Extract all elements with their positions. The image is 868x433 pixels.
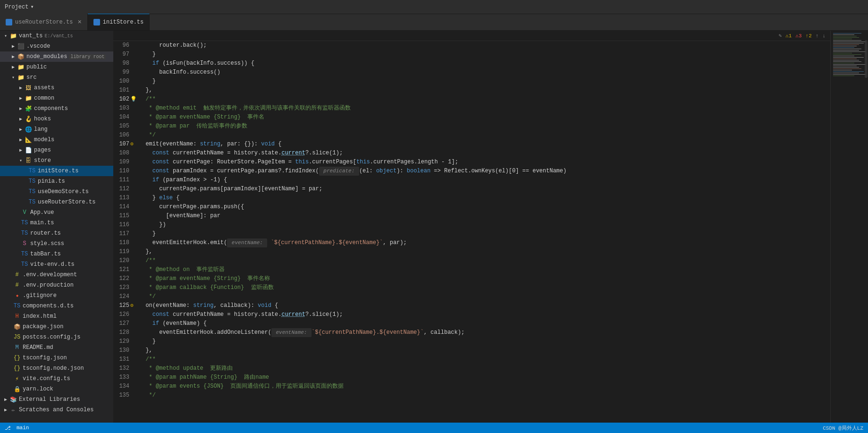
- sidebar-item-pages[interactable]: ▶ 📄 pages: [0, 145, 113, 155]
- sidebar-item-use-demo-store[interactable]: TS useDemoStore.ts: [0, 187, 113, 197]
- sidebar-item-package-json[interactable]: 📦 package.json: [0, 322, 113, 332]
- label-scratches: Scratches and Consoles: [19, 407, 93, 413]
- ln-120: 120: [117, 256, 129, 265]
- code-line-97: }: [139, 50, 830, 59]
- label-components-d-ts: components.d.ts: [23, 303, 74, 309]
- label-store: store: [34, 157, 51, 164]
- sidebar-item-external-libraries[interactable]: ▶ 📚 External Libraries: [0, 394, 113, 405]
- sidebar-item-vite-env[interactable]: TS vite-env.d.ts: [0, 259, 113, 270]
- sidebar-item-gitignore[interactable]: ⬥ .gitignore: [0, 290, 113, 301]
- code-line-133: * @param pathName {String} 路由name: [139, 373, 830, 382]
- sidebar-item-env-prod[interactable]: # .env.production: [0, 280, 113, 290]
- ln-98: 98: [117, 59, 129, 68]
- tab-init-store[interactable]: initStore.ts: [88, 14, 150, 30]
- code-line-131: /**: [139, 355, 830, 364]
- icon-lang: 🌐: [25, 126, 32, 133]
- arrow-store: ▾: [17, 158, 25, 163]
- toolbar-edit-icon[interactable]: ✎: [778, 33, 782, 39]
- icon-env-prod: #: [13, 282, 21, 289]
- sidebar-item-main-ts[interactable]: TS main.ts: [0, 218, 113, 228]
- svg-rect-3: [833, 36, 857, 36]
- code-line-106: */: [139, 131, 830, 140]
- sidebar-item-index-html[interactable]: H index.html: [0, 311, 113, 322]
- sidebar-item-store[interactable]: ▾ 🗄 store: [0, 155, 113, 166]
- icon-index-html: H: [13, 313, 21, 320]
- sidebar-item-use-router-store[interactable]: TS useRouterStore.ts: [0, 197, 113, 207]
- project-menu[interactable]: Project ▾: [5, 3, 34, 10]
- sidebar-item-components[interactable]: ▶ 🧩 components: [0, 103, 113, 114]
- sidebar-item-vscode[interactable]: ▶ ⬛ .vscode: [0, 41, 113, 51]
- toolbar-error-1[interactable]: ⚠3: [795, 33, 801, 39]
- sidebar-item-pinia[interactable]: TS pinia.ts: [0, 176, 113, 187]
- toolbar-arrow-down[interactable]: ↓: [822, 33, 826, 39]
- toolbar-warning-2[interactable]: ↑2: [806, 33, 812, 39]
- sidebar-item-components-d-ts[interactable]: TS components.d.ts: [0, 301, 113, 311]
- code-line-120: /**: [139, 256, 830, 265]
- label-env-dev: .env.development: [23, 272, 77, 278]
- tab-bar: useRouterStore.ts × initStore.ts: [0, 14, 868, 31]
- svg-rect-30: [833, 74, 866, 75]
- svg-rect-27: [833, 70, 852, 70]
- icon-env-dev: #: [13, 272, 21, 278]
- sidebar-item-root[interactable]: ▾ 📁 vant_ts E:/vant_ts: [0, 31, 113, 41]
- ln-111: 111: [117, 176, 129, 185]
- icon-pages: 📄: [25, 147, 32, 154]
- ln-132: 132: [117, 364, 129, 373]
- icon-app-vue: V: [21, 209, 28, 216]
- code-line-102: 💡 /**: [139, 95, 830, 104]
- sidebar-item-public[interactable]: ▶ 📁 public: [0, 62, 113, 72]
- icon-pinia-ts: TS: [28, 178, 36, 185]
- svg-rect-26: [833, 68, 861, 69]
- label-assets: assets: [34, 85, 54, 91]
- sidebar-item-tsconfig-json[interactable]: {} tsconfig.json: [0, 353, 113, 363]
- label-package-json: package.json: [23, 323, 63, 330]
- code-line-103: * @method emit 触发特定事件，并依次调用与该事件关联的所有监听器函…: [139, 104, 830, 113]
- code-line-121: * @method on 事件监听器: [139, 265, 830, 274]
- icon-package-json: 📦: [13, 323, 21, 331]
- sidebar-item-readme[interactable]: M README.md: [0, 342, 113, 353]
- ln-117: 117: [117, 229, 129, 238]
- sidebar-item-hooks[interactable]: ▶ 🪝 hooks: [0, 114, 113, 124]
- sidebar-item-app-vue[interactable]: V App.vue: [0, 207, 113, 218]
- tab-use-router-store[interactable]: useRouterStore.ts ×: [0, 14, 88, 30]
- ln-121: 121: [117, 265, 129, 274]
- svg-rect-13: [833, 50, 859, 51]
- sidebar-item-postcss[interactable]: JS postcss.config.js: [0, 332, 113, 342]
- sidebar-item-tsconfig-node-json[interactable]: {} tsconfig.node.json: [0, 363, 113, 374]
- sidebar-item-style-scss[interactable]: S style.scss: [0, 238, 113, 249]
- sidebar-item-assets[interactable]: ▶ 🖼 assets: [0, 83, 113, 93]
- icon-store: 🗄: [25, 157, 32, 164]
- toolbar-warning-1[interactable]: ⚠1: [785, 33, 792, 39]
- sidebar-item-scratches[interactable]: ▶ ✏ Scratches and Consoles: [0, 405, 113, 415]
- sidebar-item-node-modules[interactable]: ▶ 📦 node_modules library root: [0, 51, 113, 62]
- code-line-114: currentPage.params.push({: [139, 203, 830, 212]
- toolbar-arrow-up[interactable]: ↑: [816, 33, 819, 39]
- sidebar-item-yarn-lock[interactable]: 🔒 yarn.lock: [0, 384, 113, 394]
- code-line-115: [eventName]: par: [139, 212, 830, 221]
- ln-99: 99: [117, 68, 129, 77]
- sidebar-item-tabbar-ts[interactable]: TS tabBar.ts: [0, 249, 113, 259]
- label-components: components: [34, 105, 68, 112]
- icon-public: 📁: [17, 64, 25, 71]
- svg-rect-5: [833, 39, 852, 39]
- label-lang: lang: [34, 126, 48, 133]
- svg-rect-1: [833, 33, 861, 34]
- tab-icon-use-router-store: [6, 19, 12, 25]
- sidebar-item-env-dev[interactable]: # .env.development: [0, 270, 113, 280]
- ln-103: 103: [117, 104, 129, 113]
- svg-rect-22: [833, 63, 854, 63]
- tab-close-use-router-store[interactable]: ×: [77, 18, 81, 26]
- sidebar-item-init-store[interactable]: TS initStore.ts: [0, 166, 113, 176]
- sidebar-item-vite-config[interactable]: ⚡ vite.config.ts: [0, 374, 113, 384]
- arrow-root: ▾: [2, 33, 9, 39]
- code-line-111: if (paramIndex > -1) {: [139, 176, 830, 185]
- sidebar-item-common[interactable]: ▶ 📁 common: [0, 93, 113, 103]
- label-use-router-store: useRouterStore.ts: [38, 199, 95, 205]
- sidebar-item-models[interactable]: ▶ 📐 models: [0, 135, 113, 145]
- sidebar-item-lang[interactable]: ▶ 🌐 lang: [0, 124, 113, 135]
- sidebar-item-router-ts[interactable]: TS router.ts: [0, 228, 113, 238]
- sidebar: ▾ 📁 vant_ts E:/vant_ts ▶ ⬛ .vscode ▶ 📦 n…: [0, 31, 113, 423]
- code-container[interactable]: 96 97 98 99 100 101 102 103 104 105 106 …: [113, 41, 830, 423]
- sidebar-item-src[interactable]: ▾ 📁 src: [0, 72, 113, 83]
- svg-rect-6: [833, 40, 861, 41]
